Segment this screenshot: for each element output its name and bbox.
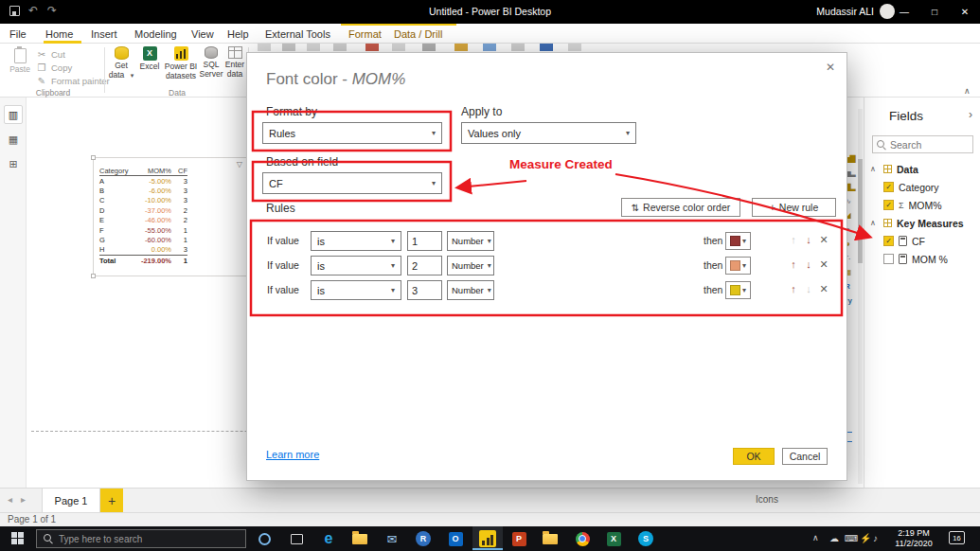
format-by-dropdown[interactable]: Rules ▾ [262,122,442,144]
ok-button[interactable]: OK [733,448,775,465]
file-explorer-icon[interactable] [347,527,372,550]
power-bi-datasets-button[interactable]: Power BI datasets [163,46,199,81]
excel-button[interactable]: X Excel [138,46,161,72]
field-item-mom-measure[interactable]: ✓ MOM % [864,250,980,268]
rule-value-input[interactable] [407,256,442,276]
field-item-category[interactable]: ✓ Category [864,178,980,196]
paste-button[interactable]: Paste [8,46,32,75]
move-rule-up-button[interactable]: ↑ [787,258,800,270]
based-on-field-dropdown[interactable]: CF ▾ [262,172,442,194]
close-button[interactable]: ✕ [950,0,980,24]
volume-icon[interactable]: ♪ [873,533,878,543]
search-input[interactable] [890,139,964,151]
model-view-button[interactable]: ⊞ [4,154,23,173]
delete-rule-button[interactable]: ✕ [817,234,830,246]
rule-unit-dropdown[interactable]: Number▾ [447,280,494,300]
checkbox-checked[interactable]: ✓ [883,236,894,246]
format-painter-button[interactable]: ✎ Format painter [36,76,110,86]
field-item-mom[interactable]: ✓ Σ MOM% [864,196,980,214]
cancel-button[interactable]: Cancel [782,448,828,465]
enter-data-button[interactable]: Enter data [223,46,246,80]
cut-button[interactable]: ✂ Cut [36,49,65,60]
color-swatch-dropdown[interactable]: ▾ [725,257,751,275]
rule-value-input[interactable] [407,280,442,300]
rule-unit-dropdown[interactable]: Number▾ [447,256,494,276]
tab-data-drill[interactable]: Data / Drill [394,24,442,44]
chevron-up-icon[interactable]: ∧ [870,165,879,173]
color-swatch-dropdown[interactable]: ▾ [725,281,751,299]
tab-modeling[interactable]: Modeling [134,24,177,44]
checkbox-unchecked[interactable]: ✓ [883,254,894,264]
collapse-ribbon-icon[interactable]: ∧ [964,86,971,96]
resize-handle[interactable] [91,274,96,278]
powerpoint-icon[interactable]: P [507,527,531,550]
delete-rule-button[interactable]: ✕ [817,258,830,271]
data-view-button[interactable]: ▦ [4,130,23,149]
move-rule-up-button[interactable]: ↑ [787,283,800,294]
add-page-button[interactable]: + [100,489,123,513]
field-group-key-measures[interactable]: ∧ Key Measures [864,214,980,232]
cell-category: G [99,236,128,244]
page-tab[interactable]: Page 1 [42,489,100,513]
power-bi-icon[interactable] [475,527,500,550]
filter-icon[interactable]: ▽ [237,160,242,169]
excel-icon[interactable]: X [601,527,626,550]
task-view-icon[interactable] [284,527,309,550]
field-item-cf[interactable]: ✓ CF [864,232,980,250]
onedrive-icon[interactable]: ☁ [829,533,839,543]
sql-server-button[interactable]: SQL Server [199,46,223,80]
rule-operator-dropdown[interactable]: is▾ [311,280,401,300]
r-studio-icon[interactable]: R [411,527,436,550]
move-rule-down-button[interactable]: ↓ [802,258,815,270]
tab-insert[interactable]: Insert [91,24,117,44]
tray-expand-icon[interactable]: ∧ [812,533,819,542]
learn-more-link[interactable]: Learn more [266,449,319,460]
chevron-up-icon[interactable]: ∧ [870,219,879,227]
collapse-pane-icon[interactable]: › [969,108,972,121]
pane-scrollbar-thumb[interactable] [858,159,863,263]
chrome-icon[interactable] [570,527,595,550]
resize-handle[interactable] [91,155,96,160]
prev-page-icon[interactable]: ◂ [8,494,12,505]
color-swatch-dropdown[interactable]: ▾ [725,232,751,250]
touch-keyboard-icon[interactable]: ⌨ [845,533,858,543]
skype-icon[interactable]: S [633,527,658,550]
copy-button[interactable]: ❐ Copy [36,62,72,73]
reverse-color-order-button[interactable]: ⇅ Reverse color order [621,198,740,217]
next-page-icon[interactable]: ▸ [21,494,26,505]
minimize-button[interactable]: — [889,0,919,24]
cortana-icon[interactable] [252,527,276,550]
apply-to-dropdown[interactable]: Values only ▾ [461,122,636,144]
field-group-data[interactable]: ∧ Data [864,160,980,178]
move-rule-down-button[interactable]: ↓ [802,234,815,245]
outlook-icon[interactable]: O [443,527,468,550]
tab-help[interactable]: Help [227,24,249,44]
edge-icon[interactable]: e [316,527,341,550]
new-rule-button[interactable]: + New rule [752,198,836,217]
fields-search-box[interactable] [872,135,973,153]
report-view-button[interactable]: ▥ [4,105,23,124]
apply-to-value: Values only [468,128,521,139]
start-button[interactable] [11,532,24,544]
action-center-icon[interactable]: 16 [949,531,965,544]
rule-operator-dropdown[interactable]: is▾ [311,231,401,251]
dialog-close-icon[interactable]: ✕ [826,61,835,74]
tab-view[interactable]: View [191,24,214,44]
tab-format[interactable]: Format [348,24,382,44]
tab-file[interactable]: File [9,24,27,44]
checkbox-checked[interactable]: ✓ [883,200,894,210]
checkbox-checked[interactable]: ✓ [883,182,894,192]
rule-value-input[interactable] [407,231,442,251]
battery-icon[interactable]: ⚡ [860,533,871,543]
mail-icon[interactable]: ✉ [380,527,404,550]
folder-icon[interactable] [538,527,562,550]
taskbar-search-box[interactable]: Type here to search [36,529,246,548]
taskbar-clock[interactable]: 2:19 PM 11/2/2020 [885,528,942,549]
rule-unit-dropdown[interactable]: Number▾ [447,231,494,251]
rule-operator-dropdown[interactable]: is▾ [311,256,401,276]
get-data-button[interactable]: Get data ▾ [108,46,134,80]
table-visual[interactable]: ▽ Category MOM% CF A-5.00%3 B-6.00%3 C-1… [93,157,249,276]
maximize-button[interactable]: □ [919,0,950,24]
delete-rule-button[interactable]: ✕ [817,283,830,295]
tab-external-tools[interactable]: External Tools [265,24,330,44]
